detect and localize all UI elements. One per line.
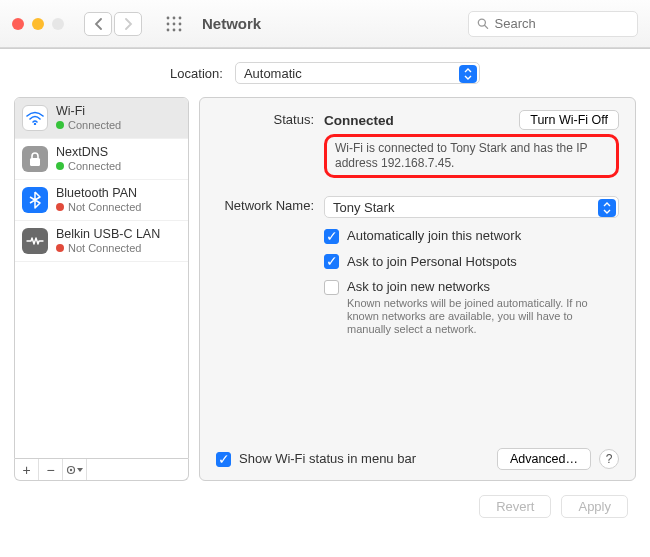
search-field[interactable]	[468, 11, 638, 37]
svg-point-14	[70, 468, 72, 470]
status-dot-green	[56, 121, 64, 129]
show-menu-checkbox-row[interactable]: ✓ Show Wi-Fi status in menu bar	[216, 451, 416, 467]
help-button[interactable]: ?	[599, 449, 619, 469]
lock-icon	[22, 146, 48, 172]
wifi-icon	[22, 105, 48, 131]
checkbox-checked-icon: ✓	[324, 254, 339, 269]
svg-point-0	[167, 16, 170, 19]
titlebar: Network	[0, 0, 650, 48]
service-status: Not Connected	[68, 200, 141, 214]
svg-point-4	[173, 22, 176, 25]
hotspot-checkbox-row[interactable]: ✓ Ask to join Personal Hotspots	[324, 254, 619, 270]
apply-button[interactable]: Apply	[561, 495, 628, 518]
grid-icon	[166, 16, 182, 32]
checkbox-checked-icon: ✓	[324, 229, 339, 244]
bottom-buttons: Revert Apply	[0, 481, 650, 532]
minimize-window-button[interactable]	[32, 18, 44, 30]
network-name-value: Tony Stark	[333, 200, 394, 215]
status-dot-green	[56, 162, 64, 170]
status-dot-red	[56, 244, 64, 252]
show-all-button[interactable]	[162, 12, 186, 36]
add-service-button[interactable]: +	[15, 459, 39, 480]
svg-point-3	[167, 22, 170, 25]
window-title: Network	[202, 15, 261, 32]
service-name: Belkin USB-C LAN	[56, 227, 160, 241]
close-window-button[interactable]	[12, 18, 24, 30]
chevron-updown-icon	[459, 65, 477, 83]
wifi-toggle-button[interactable]: Turn Wi-Fi Off	[519, 110, 619, 130]
revert-button[interactable]: Revert	[479, 495, 551, 518]
service-name: Bluetooth PAN	[56, 186, 141, 200]
service-item-nextdns[interactable]: NextDNS Connected	[15, 139, 188, 180]
autojoin-checkbox-row[interactable]: ✓ Automatically join this network	[324, 228, 619, 244]
asknew-label: Ask to join new networks	[347, 279, 619, 294]
location-label: Location:	[170, 66, 223, 81]
back-button[interactable]	[84, 12, 112, 36]
svg-point-6	[167, 28, 170, 31]
show-menu-label: Show Wi-Fi status in menu bar	[239, 451, 416, 466]
ethernet-icon	[22, 228, 48, 254]
svg-point-7	[173, 28, 176, 31]
checkbox-unchecked-icon	[324, 280, 339, 295]
advanced-button[interactable]: Advanced…	[497, 448, 591, 470]
network-name-select[interactable]: Tony Stark	[324, 196, 619, 218]
status-label: Status:	[216, 110, 324, 127]
location-select[interactable]: Automatic	[235, 62, 480, 84]
nav-buttons	[84, 12, 142, 36]
service-name: NextDNS	[56, 145, 121, 159]
bluetooth-icon	[22, 187, 48, 213]
main-content: Wi-Fi Connected NextDNS Connected Bl	[0, 97, 650, 481]
detail-panel: Status: Connected Turn Wi-Fi Off Wi-Fi i…	[199, 97, 636, 481]
asknew-hint: Known networks will be joined automatica…	[347, 297, 619, 336]
asknew-checkbox-row[interactable]: Ask to join new networks Known networks …	[324, 279, 619, 336]
svg-point-5	[179, 22, 182, 25]
chevron-right-icon	[124, 18, 133, 30]
service-item-bluetooth[interactable]: Bluetooth PAN Not Connected	[15, 180, 188, 221]
gear-small-icon	[66, 465, 76, 475]
search-input[interactable]	[495, 16, 630, 31]
status-dot-red	[56, 203, 64, 211]
svg-point-8	[179, 28, 182, 31]
sidebar: Wi-Fi Connected NextDNS Connected Bl	[14, 97, 189, 481]
chevron-left-icon	[94, 18, 103, 30]
search-icon	[477, 17, 489, 30]
svg-rect-12	[30, 158, 40, 166]
zoom-window-button[interactable]	[52, 18, 64, 30]
svg-line-10	[485, 25, 488, 28]
service-status: Not Connected	[68, 241, 141, 255]
service-status: Connected	[68, 159, 121, 173]
location-value: Automatic	[244, 66, 302, 81]
location-row: Location: Automatic	[0, 49, 650, 97]
svg-point-1	[173, 16, 176, 19]
network-name-label: Network Name:	[216, 196, 324, 213]
hotspot-label: Ask to join Personal Hotspots	[347, 254, 619, 269]
remove-service-button[interactable]: −	[39, 459, 63, 480]
svg-point-2	[179, 16, 182, 19]
service-name: Wi-Fi	[56, 104, 121, 118]
autojoin-label: Automatically join this network	[347, 228, 619, 243]
chevron-updown-icon	[598, 199, 616, 217]
status-value: Connected	[324, 113, 509, 128]
service-list: Wi-Fi Connected NextDNS Connected Bl	[14, 97, 189, 459]
window-controls	[12, 18, 64, 30]
chevron-down-icon	[77, 468, 83, 472]
service-item-ethernet[interactable]: Belkin USB-C LAN Not Connected	[15, 221, 188, 262]
sidebar-footer: + −	[14, 459, 189, 481]
service-item-wifi[interactable]: Wi-Fi Connected	[15, 98, 188, 139]
forward-button[interactable]	[114, 12, 142, 36]
service-status: Connected	[68, 118, 121, 132]
checkbox-checked-icon: ✓	[216, 452, 231, 467]
svg-point-11	[34, 123, 36, 125]
status-description: Wi-Fi is connected to Tony Stark and has…	[324, 134, 619, 178]
service-actions-button[interactable]	[63, 459, 87, 480]
